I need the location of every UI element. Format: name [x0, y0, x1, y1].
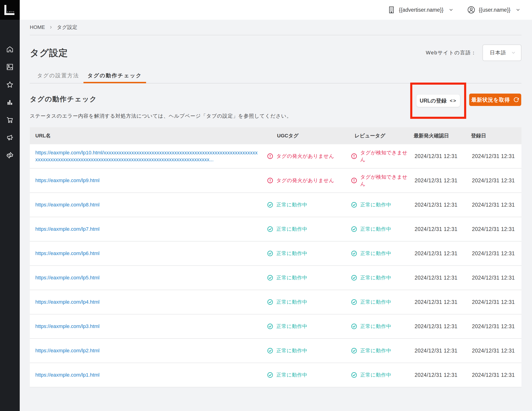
url-link[interactable]: https://eaxmple.com/lp4.html [35, 299, 100, 305]
status-label: 正常に動作中 [276, 299, 307, 306]
last-fired-date: 2024/12/31 12:31 [413, 372, 470, 378]
url-status-table: URL名 UGCタグ レビュータグ 最新発火確認日 登録日 https://ea… [30, 127, 522, 387]
column-header-url: URL名 [30, 132, 267, 139]
registered-date: 2024/12/31 12:31 [470, 372, 522, 378]
error-icon [267, 153, 273, 159]
status-label: 正常に動作中 [276, 372, 307, 378]
status-label: タグが検知できません [360, 149, 413, 163]
last-fired-date: 2024/12/31 12:31 [413, 153, 470, 159]
tab-tag-check[interactable]: タグの動作チェック [84, 69, 146, 83]
review-tag-status: 正常に動作中 [351, 201, 413, 208]
gear-icon[interactable] [6, 151, 14, 159]
status-label: 正常に動作中 [276, 274, 307, 281]
review-tag-status: タグが検知できません [351, 149, 413, 163]
review-tag-status: 正常に動作中 [351, 226, 413, 233]
url-link[interactable]: https://eaxmple.com/lp2.html [35, 348, 100, 354]
letro-logo[interactable]: Letro [0, 0, 20, 20]
status-label: 正常に動作中 [360, 347, 391, 354]
status-label: 正常に動作中 [276, 201, 307, 208]
refresh-status-label: 最新状況を取得 [471, 96, 510, 104]
table-header: URL名 UGCタグ レビュータグ 最新発火確認日 登録日 [30, 127, 522, 144]
last-fired-date: 2024/12/31 12:31 [413, 178, 470, 184]
table-row: https://eaxmple.com/lp8.html 正常に動作中 正常に動… [30, 193, 522, 217]
check-circle-icon [351, 323, 357, 330]
table-row: https://eaxmple.com/lp5.html 正常に動作中 正常に動… [30, 266, 522, 290]
url-register-button[interactable]: URLの登録 <> [417, 95, 460, 107]
table-row: https://eaxmple.com/lp3.html 正常に動作中 正常に動… [30, 315, 522, 339]
check-circle-icon [267, 372, 273, 378]
annotation-highlight: URLの登録 <> [410, 83, 466, 119]
url-link[interactable]: https://eaxmple.com/lp7.html [35, 226, 100, 232]
column-header-registered: 登録日 [470, 132, 522, 139]
advertiser-picker[interactable]: {{advertiser.name}} [387, 6, 454, 14]
table-row: https://eaxmple.com/lp4.html 正常に動作中 正常に動… [30, 290, 522, 315]
url-link[interactable]: https://eaxmple.com/lp8.html [35, 202, 100, 208]
url-link[interactable]: https://eaxmple.com/lp9.html [35, 178, 100, 183]
url-link[interactable]: https://eaxmple.com/lp5.html [35, 275, 100, 280]
topbar: {{advertiser.name}} {{user.name}} [20, 0, 532, 20]
url-register-label: URLの登録 [420, 97, 446, 104]
advertiser-name: {{advertiser.name}} [399, 7, 444, 13]
last-fired-date: 2024/12/31 12:31 [413, 323, 470, 330]
registered-date: 2024/12/31 12:31 [470, 226, 522, 232]
review-tag-status: 正常に動作中 [351, 274, 413, 281]
home-icon[interactable] [6, 45, 14, 53]
page-title: タグ設定 [30, 47, 68, 59]
table-row: https://eaxmple.com/lp1.html 正常に動作中 正常に動… [30, 363, 522, 387]
table-row: https://eaxmple.com/lp9.html タグの発火がありません… [30, 169, 522, 193]
megaphone-icon[interactable] [6, 134, 14, 142]
main-content: HOME タグ設定 タグ設定 Webサイトの言語： 日本語 タグの設置方法 タグ… [20, 20, 532, 411]
ugc-tag-status: タグの発火がありません [267, 177, 351, 184]
check-circle-icon [267, 226, 273, 232]
refresh-status-button[interactable]: 最新状況を取得 [469, 94, 521, 106]
registered-date: 2024/12/31 12:31 [470, 323, 522, 330]
url-link[interactable]: https://eaxmple.com/lp1.html [35, 372, 100, 378]
tab-tag-installation[interactable]: タグの設置方法 [33, 69, 84, 83]
cart-icon[interactable] [6, 116, 14, 124]
ugc-tag-status: 正常に動作中 [267, 372, 351, 378]
language-value: 日本語 [490, 49, 506, 56]
last-fired-date: 2024/12/31 12:31 [413, 250, 470, 257]
table-row: https://eaxmple.com/lp7.html 正常に動作中 正常に動… [30, 217, 522, 241]
error-icon [267, 177, 273, 184]
url-link[interactable]: https://eaxmple.com/lp10.html/xxxxxxxxxx… [35, 150, 257, 162]
ugc-tag-status: 正常に動作中 [267, 201, 351, 208]
logo-text: Letro [7, 10, 14, 13]
registered-date: 2024/12/31 12:31 [470, 202, 522, 208]
status-label: タグの発火がありません [276, 177, 334, 184]
breadcrumb-home[interactable]: HOME [30, 24, 45, 30]
breadcrumb: HOME タグ設定 [30, 20, 522, 35]
check-circle-icon [351, 347, 357, 354]
url-link[interactable]: https://eaxmple.com/lp6.html [35, 250, 100, 256]
table-row: https://eaxmple.com/lp2.html 正常に動作中 正常に動… [30, 339, 522, 363]
check-circle-icon [267, 323, 273, 330]
language-select[interactable]: 日本語 [483, 45, 522, 61]
last-fired-date: 2024/12/31 12:31 [413, 275, 470, 281]
status-label: タグの発火がありません [276, 153, 334, 160]
column-header-ugc-tag: UGCタグ [267, 132, 351, 139]
review-tag-status: 正常に動作中 [351, 372, 413, 378]
status-label: 正常に動作中 [360, 250, 391, 257]
status-label: 正常に動作中 [360, 274, 391, 281]
column-header-review-tag: レビュータグ [351, 132, 413, 139]
url-link[interactable]: https://eaxmple.com/lp3.html [35, 323, 100, 329]
registered-date: 2024/12/31 12:31 [470, 153, 522, 159]
ugc-tag-status: 正常に動作中 [267, 323, 351, 330]
image-icon[interactable] [6, 63, 14, 71]
bar-chart-icon[interactable] [6, 98, 14, 106]
chevron-down-icon [511, 50, 516, 55]
error-icon [351, 177, 357, 184]
star-icon[interactable] [6, 81, 14, 88]
ugc-tag-status: タグの発火がありません [267, 153, 351, 160]
column-header-last-fired: 最新発火確認日 [413, 132, 470, 139]
last-fired-date: 2024/12/31 12:31 [413, 226, 470, 232]
table-row: https://eaxmple.com/lp6.html 正常に動作中 正常に動… [30, 241, 522, 266]
user-picker[interactable]: {{user.name}} [467, 6, 521, 14]
ugc-tag-status: 正常に動作中 [267, 274, 351, 281]
check-circle-icon [351, 201, 357, 208]
check-circle-icon [267, 201, 273, 208]
tabs: タグの設置方法 タグの動作チェック [30, 69, 522, 84]
status-label: タグが検知できません [360, 174, 413, 187]
last-fired-date: 2024/12/31 12:31 [413, 299, 470, 305]
ugc-tag-status: 正常に動作中 [267, 226, 351, 233]
